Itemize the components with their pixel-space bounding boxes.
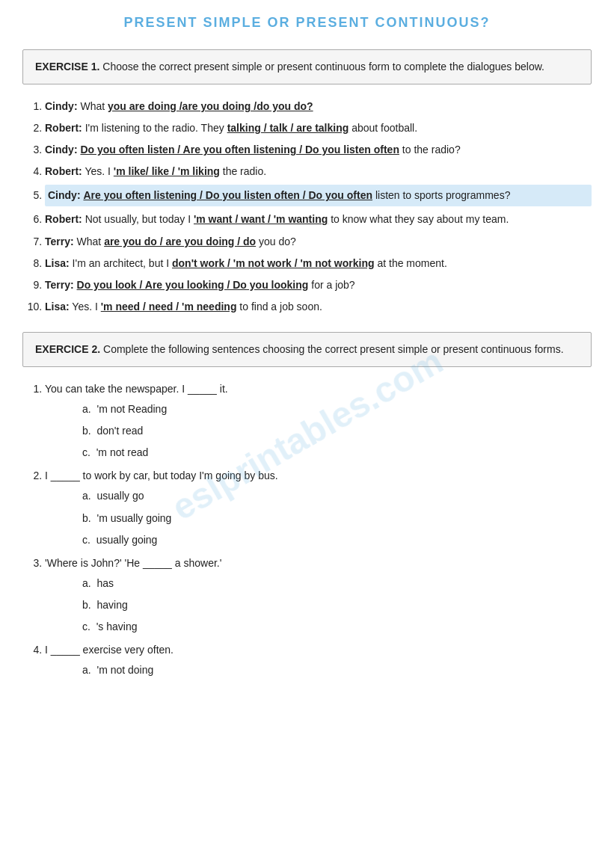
e1-item-3: Cindy: Do you often listen / Are you oft… (45, 141, 592, 158)
e1-speaker-2: Robert: (45, 122, 82, 134)
e2-q1-a: a. 'm not Reading (82, 401, 592, 418)
e1-item-6: Robert: Not usually, but today I 'm want… (45, 211, 592, 228)
e2-q1-c: c. 'm not read (82, 444, 592, 461)
e1-speaker-5: Cindy: (48, 189, 81, 201)
e1-speaker-10: Lisa: (45, 301, 70, 313)
e1-speaker-7: Terry: (45, 236, 74, 247)
e1-options-8: don't work / 'm not work / 'm not workin… (172, 257, 375, 269)
e2-q3-c: c. 's having (82, 618, 592, 635)
e1-item-10: Lisa: Yes. I 'm need / need / 'm needing… (45, 298, 592, 316)
e1-options-6: 'm want / want / 'm wanting (194, 213, 328, 225)
e1-item-4: Robert: Yes. I 'm like/ like / 'm liking… (45, 163, 592, 180)
exercise1-instruction: EXERCISE 1. Choose the correct present s… (35, 59, 579, 75)
e2-q4-text: I _____ exercise very often. (45, 644, 174, 656)
e1-options-4: 'm like/ like / 'm liking (114, 165, 220, 177)
e1-speaker-1: Cindy: (45, 100, 78, 112)
exercise2-label: EXERCICE 2. (35, 343, 100, 355)
e2-q3-options: a. has b. having c. 's having (82, 575, 592, 635)
e2-item-3: 'Where is John?' 'He _____ a shower.' a.… (45, 555, 592, 635)
e1-item-8: Lisa: I'm an architect, but I don't work… (45, 255, 592, 272)
e1-options-1: you are doing /are you doing /do you do? (108, 100, 313, 112)
exercise2-instruction: EXERCICE 2. Complete the following sente… (35, 342, 579, 357)
exercise2-box: EXERCICE 2. Complete the following sente… (22, 332, 592, 367)
exercise1-list: Cindy: What you are doing /are you doing… (45, 98, 592, 316)
e2-item-1: You can take the newspaper. I _____ it. … (45, 381, 592, 461)
e1-options-5: Are you often listening / Do you listen … (83, 189, 372, 201)
exercise2-instruction-text: Complete the following sentences choosin… (103, 343, 564, 355)
exercise1-box: EXERCISE 1. Choose the correct present s… (22, 49, 592, 84)
e2-q1-b: b. don't read (82, 422, 592, 440)
e2-item-2: I _____ to work by car, but today I'm go… (45, 467, 592, 548)
e1-item-5: Cindy: Are you often listening / Do you … (45, 185, 592, 206)
e2-q1-text: You can take the newspaper. I _____ it. (45, 383, 228, 395)
e1-item-9: Terry: Do you look / Are you looking / D… (45, 277, 592, 294)
exercise1-label: EXERCISE 1. (35, 61, 99, 73)
e2-q1-options: a. 'm not Reading b. don't read c. 'm no… (82, 401, 592, 461)
e2-q3-a: a. has (82, 575, 592, 592)
e1-speaker-8: Lisa: (45, 257, 70, 269)
e1-speaker-3: Cindy: (45, 144, 78, 156)
e2-q2-options: a. usually go b. 'm usually going c. usu… (82, 487, 592, 548)
exercise1-instruction-text: Choose the correct present simple or pre… (102, 61, 544, 73)
e1-options-9: Do you look / Are you looking / Do you l… (77, 279, 309, 291)
e1-options-2: talking / talk / are talking (227, 122, 349, 134)
e1-item-2: Robert: I'm listening to the radio. They… (45, 120, 592, 137)
e2-q4-options: a. 'm not doing (82, 662, 592, 679)
e2-item-4: I _____ exercise very often. a. 'm not d… (45, 641, 592, 679)
e1-item-1: Cindy: What you are doing /are you doing… (45, 98, 592, 115)
e2-q2-c: c. usually going (82, 532, 592, 549)
e2-q4-a: a. 'm not doing (82, 662, 592, 679)
e1-options-10: 'm need / need / 'm needing (101, 301, 237, 313)
e1-item-7: Terry: What are you do / are you doing /… (45, 233, 592, 250)
e1-options-7: are you do / are you doing / do (104, 236, 256, 247)
e1-speaker-6: Robert: (45, 213, 82, 225)
e1-options-3: Do you often listen / Are you often list… (80, 144, 399, 156)
e2-q3-text: 'Where is John?' 'He _____ a shower.' (45, 557, 221, 569)
e2-q3-b: b. having (82, 597, 592, 614)
e2-q2-a: a. usually go (82, 487, 592, 505)
page-title: PRESENT SIMPLE OR PRESENT CONTINUOUS? (22, 15, 592, 31)
e1-speaker-9: Terry: (45, 279, 74, 291)
e2-q2-b: b. 'm usually going (82, 510, 592, 527)
e2-q2-text: I _____ to work by car, but today I'm go… (45, 470, 278, 481)
e1-speaker-4: Robert: (45, 165, 82, 177)
exercise2-list: You can take the newspaper. I _____ it. … (45, 381, 592, 679)
